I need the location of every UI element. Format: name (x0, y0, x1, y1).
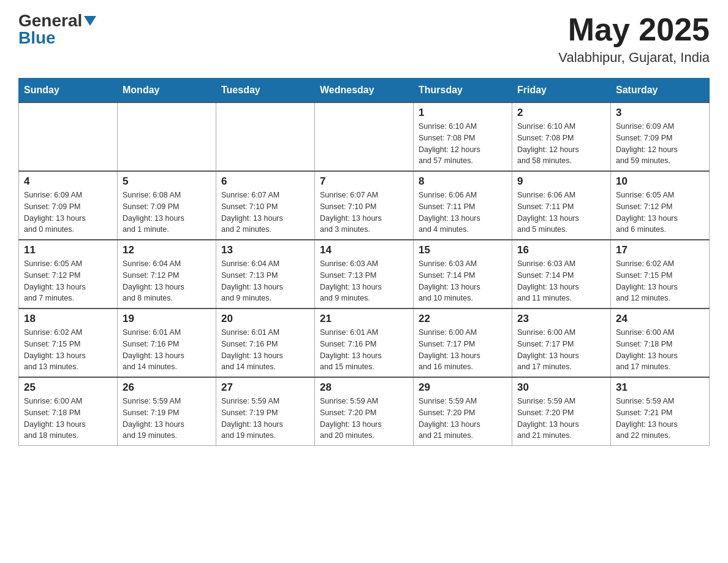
calendar-cell-w4-d5: 23Sunrise: 6:00 AM Sunset: 7:17 PM Dayli… (512, 308, 611, 377)
day-number: 8 (419, 175, 507, 188)
calendar-cell-w5-d3: 28Sunrise: 5:59 AM Sunset: 7:20 PM Dayli… (315, 377, 414, 446)
day-number: 12 (123, 244, 211, 256)
day-info: Sunrise: 6:09 AM Sunset: 7:09 PM Dayligh… (24, 190, 112, 236)
day-info: Sunrise: 6:01 AM Sunset: 7:16 PM Dayligh… (221, 327, 309, 373)
calendar-cell-w3-d1: 12Sunrise: 6:04 AM Sunset: 7:12 PM Dayli… (118, 240, 216, 308)
calendar-cell-w2-d3: 7Sunrise: 6:07 AM Sunset: 7:10 PM Daylig… (315, 171, 414, 240)
calendar-cell-w3-d2: 13Sunrise: 6:04 AM Sunset: 7:13 PM Dayli… (216, 240, 315, 308)
logo-triangle-icon (84, 16, 96, 26)
day-number: 18 (24, 313, 112, 325)
day-info: Sunrise: 6:03 AM Sunset: 7:13 PM Dayligh… (320, 258, 408, 304)
logo-general-text: General (18, 12, 96, 29)
calendar-cell-w2-d4: 8Sunrise: 6:06 AM Sunset: 7:11 PM Daylig… (414, 171, 512, 240)
day-number: 9 (517, 175, 605, 188)
day-info: Sunrise: 6:03 AM Sunset: 7:14 PM Dayligh… (419, 258, 507, 304)
day-info: Sunrise: 6:06 AM Sunset: 7:11 PM Dayligh… (517, 190, 605, 236)
day-info: Sunrise: 6:05 AM Sunset: 7:12 PM Dayligh… (616, 190, 704, 236)
calendar-cell-w5-d5: 30Sunrise: 5:59 AM Sunset: 7:20 PM Dayli… (512, 377, 611, 446)
day-number: 29 (419, 381, 507, 394)
day-number: 13 (221, 244, 309, 256)
calendar-cell-w4-d2: 20Sunrise: 6:01 AM Sunset: 7:16 PM Dayli… (216, 308, 315, 377)
day-info: Sunrise: 6:10 AM Sunset: 7:08 PM Dayligh… (419, 121, 507, 167)
calendar-cell-w5-d2: 27Sunrise: 5:59 AM Sunset: 7:19 PM Dayli… (216, 377, 315, 446)
day-number: 16 (517, 244, 605, 256)
day-number: 14 (320, 244, 408, 256)
day-number: 4 (24, 175, 112, 188)
day-number: 24 (616, 313, 704, 325)
calendar-cell-w4-d3: 21Sunrise: 6:01 AM Sunset: 7:16 PM Dayli… (315, 308, 414, 377)
calendar-cell-w3-d0: 11Sunrise: 6:05 AM Sunset: 7:12 PM Dayli… (19, 240, 118, 308)
header-monday: Monday (118, 79, 216, 103)
page-header: General Blue May 2025 Valabhipur, Gujara… (18, 12, 710, 66)
day-number: 1 (419, 107, 507, 119)
calendar-cell-w2-d1: 5Sunrise: 6:08 AM Sunset: 7:09 PM Daylig… (118, 171, 216, 240)
location-title: Valabhipur, Gujarat, India (558, 50, 710, 66)
calendar-cell-w4-d0: 18Sunrise: 6:02 AM Sunset: 7:15 PM Dayli… (19, 308, 118, 377)
week-row-4: 18Sunrise: 6:02 AM Sunset: 7:15 PM Dayli… (19, 308, 710, 377)
day-info: Sunrise: 6:04 AM Sunset: 7:13 PM Dayligh… (221, 258, 309, 304)
calendar-table: Sunday Monday Tuesday Wednesday Thursday… (18, 78, 710, 446)
day-number: 19 (123, 313, 211, 325)
day-number: 5 (123, 175, 211, 188)
calendar-cell-w4-d1: 19Sunrise: 6:01 AM Sunset: 7:16 PM Dayli… (118, 308, 216, 377)
day-info: Sunrise: 6:05 AM Sunset: 7:12 PM Dayligh… (24, 258, 112, 304)
calendar-cell-w2-d5: 9Sunrise: 6:06 AM Sunset: 7:11 PM Daylig… (512, 171, 611, 240)
day-info: Sunrise: 6:04 AM Sunset: 7:12 PM Dayligh… (123, 258, 211, 304)
calendar-cell-w1-d0 (19, 102, 118, 171)
day-info: Sunrise: 6:09 AM Sunset: 7:09 PM Dayligh… (616, 121, 704, 167)
day-info: Sunrise: 6:02 AM Sunset: 7:15 PM Dayligh… (616, 258, 704, 304)
day-number: 26 (123, 381, 211, 394)
day-number: 3 (616, 107, 704, 119)
calendar-header-row: Sunday Monday Tuesday Wednesday Thursday… (19, 79, 710, 103)
week-row-5: 25Sunrise: 6:00 AM Sunset: 7:18 PM Dayli… (19, 377, 710, 446)
day-number: 6 (221, 175, 309, 188)
day-number: 30 (517, 381, 605, 394)
calendar-cell-w1-d5: 2Sunrise: 6:10 AM Sunset: 7:08 PM Daylig… (512, 102, 611, 171)
day-info: Sunrise: 5:59 AM Sunset: 7:19 PM Dayligh… (123, 396, 211, 442)
day-number: 31 (616, 381, 704, 394)
header-friday: Friday (512, 79, 611, 103)
day-number: 25 (24, 381, 112, 394)
day-info: Sunrise: 6:00 AM Sunset: 7:18 PM Dayligh… (616, 327, 704, 373)
day-info: Sunrise: 6:03 AM Sunset: 7:14 PM Dayligh… (517, 258, 605, 304)
day-number: 27 (221, 381, 309, 394)
calendar-cell-w4-d6: 24Sunrise: 6:00 AM Sunset: 7:18 PM Dayli… (611, 308, 710, 377)
week-row-1: 1Sunrise: 6:10 AM Sunset: 7:08 PM Daylig… (19, 102, 710, 171)
calendar-cell-w3-d5: 16Sunrise: 6:03 AM Sunset: 7:14 PM Dayli… (512, 240, 611, 308)
calendar-cell-w4-d4: 22Sunrise: 6:00 AM Sunset: 7:17 PM Dayli… (414, 308, 512, 377)
calendar-cell-w1-d1 (118, 102, 216, 171)
day-info: Sunrise: 6:01 AM Sunset: 7:16 PM Dayligh… (123, 327, 211, 373)
day-info: Sunrise: 6:01 AM Sunset: 7:16 PM Dayligh… (320, 327, 408, 373)
calendar-cell-w5-d6: 31Sunrise: 5:59 AM Sunset: 7:21 PM Dayli… (611, 377, 710, 446)
day-info: Sunrise: 6:06 AM Sunset: 7:11 PM Dayligh… (419, 190, 507, 236)
day-number: 28 (320, 381, 408, 394)
day-number: 2 (517, 107, 605, 119)
day-number: 23 (517, 313, 605, 325)
title-block: May 2025 Valabhipur, Gujarat, India (558, 12, 710, 66)
calendar-cell-w3-d3: 14Sunrise: 6:03 AM Sunset: 7:13 PM Dayli… (315, 240, 414, 308)
day-info: Sunrise: 5:59 AM Sunset: 7:20 PM Dayligh… (517, 396, 605, 442)
day-number: 17 (616, 244, 704, 256)
day-info: Sunrise: 5:59 AM Sunset: 7:20 PM Dayligh… (320, 396, 408, 442)
header-thursday: Thursday (414, 79, 512, 103)
header-wednesday: Wednesday (315, 79, 414, 103)
day-info: Sunrise: 6:00 AM Sunset: 7:18 PM Dayligh… (24, 396, 112, 442)
calendar-cell-w1-d2 (216, 102, 315, 171)
header-tuesday: Tuesday (216, 79, 315, 103)
header-sunday: Sunday (19, 79, 118, 103)
day-info: Sunrise: 5:59 AM Sunset: 7:21 PM Dayligh… (616, 396, 704, 442)
day-number: 10 (616, 175, 704, 188)
day-info: Sunrise: 6:00 AM Sunset: 7:17 PM Dayligh… (517, 327, 605, 373)
day-number: 21 (320, 313, 408, 325)
day-info: Sunrise: 6:07 AM Sunset: 7:10 PM Dayligh… (320, 190, 408, 236)
day-info: Sunrise: 6:10 AM Sunset: 7:08 PM Dayligh… (517, 121, 605, 167)
day-number: 15 (419, 244, 507, 256)
day-info: Sunrise: 6:00 AM Sunset: 7:17 PM Dayligh… (419, 327, 507, 373)
day-info: Sunrise: 6:08 AM Sunset: 7:09 PM Dayligh… (123, 190, 211, 236)
calendar-cell-w3-d4: 15Sunrise: 6:03 AM Sunset: 7:14 PM Dayli… (414, 240, 512, 308)
day-info: Sunrise: 6:02 AM Sunset: 7:15 PM Dayligh… (24, 327, 112, 373)
calendar-cell-w2-d2: 6Sunrise: 6:07 AM Sunset: 7:10 PM Daylig… (216, 171, 315, 240)
day-number: 7 (320, 175, 408, 188)
week-row-3: 11Sunrise: 6:05 AM Sunset: 7:12 PM Dayli… (19, 240, 710, 308)
calendar-cell-w1-d6: 3Sunrise: 6:09 AM Sunset: 7:09 PM Daylig… (611, 102, 710, 171)
